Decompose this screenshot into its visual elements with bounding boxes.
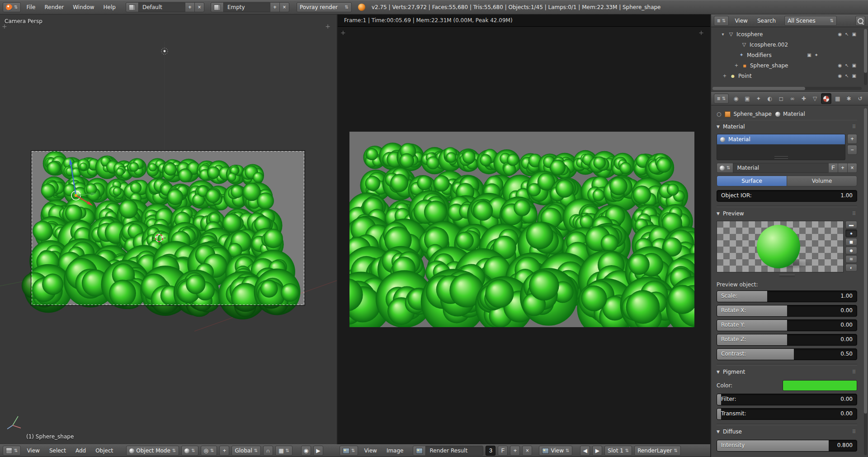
- region-expand-icon[interactable]: +: [325, 23, 330, 30]
- image-name-field[interactable]: Render Result: [425, 446, 483, 456]
- info-editor-type-button[interactable]: ⇅: [3, 2, 21, 12]
- next-slot-button[interactable]: ▶: [592, 446, 602, 456]
- add-scene-button[interactable]: +: [270, 2, 280, 12]
- filter-slider[interactable]: Filter: 0.00: [717, 394, 857, 405]
- expander-icon[interactable]: ▾: [720, 32, 726, 37]
- preview-world-button[interactable]: ◐: [845, 264, 857, 271]
- snap-element-dropdown[interactable]: ▦ ⇅: [275, 446, 292, 456]
- tab-object-data[interactable]: ▽: [810, 93, 820, 104]
- modifier-display-icon[interactable]: ▣: [807, 52, 811, 57]
- tab-render[interactable]: ◉: [731, 93, 741, 104]
- pin-icon[interactable]: ○: [717, 111, 721, 117]
- viewport-3d-canvas[interactable]: [0, 14, 337, 444]
- material-panel-header[interactable]: ▼ Material ⠿: [717, 121, 857, 132]
- preview-cube-button[interactable]: ◼: [845, 238, 857, 246]
- menu-image[interactable]: Image: [383, 445, 407, 457]
- render-visibility-icon[interactable]: ▣: [852, 32, 856, 37]
- pivot-dropdown[interactable]: ◎ ⇅: [201, 446, 217, 456]
- menu-object[interactable]: Object: [92, 445, 117, 457]
- menu-view[interactable]: View: [360, 445, 380, 457]
- properties-scrollbar[interactable]: [864, 108, 867, 455]
- selectable-icon[interactable]: ↖: [845, 63, 849, 68]
- search-button[interactable]: [855, 16, 865, 26]
- menu-view[interactable]: View: [23, 445, 43, 457]
- preview-sphere-button[interactable]: ●: [845, 229, 857, 237]
- menu-render[interactable]: Render: [41, 0, 67, 14]
- breadcrumb-object[interactable]: Sphere_shape: [725, 111, 772, 117]
- tab-material[interactable]: [821, 93, 831, 104]
- delete-layout-button[interactable]: ×: [194, 2, 204, 12]
- transmit-slider[interactable]: Transmit: 0.00: [717, 408, 857, 420]
- unlink-image-button[interactable]: ×: [522, 446, 532, 456]
- preview-flat-button[interactable]: ▬: [845, 221, 857, 228]
- outliner-item-point[interactable]: + ● Point ◉ ↖ ▣: [711, 71, 868, 81]
- viewport-shading-dropdown[interactable]: ⇅: [181, 446, 198, 456]
- object-ior-field[interactable]: Object IOR: 1.00: [717, 190, 857, 202]
- region-expand-icon[interactable]: +: [698, 29, 704, 36]
- render-visibility-icon[interactable]: ▣: [852, 63, 856, 68]
- delete-scene-button[interactable]: ×: [279, 2, 289, 12]
- browse-material-button[interactable]: ⇅: [717, 163, 733, 173]
- panel-grip-icon[interactable]: ⠿: [852, 211, 856, 217]
- render-layer-dropdown[interactable]: RenderLayer ⇅: [634, 446, 681, 456]
- list-resize-grip[interactable]: [774, 156, 788, 159]
- tab-constraints[interactable]: ∞: [787, 93, 797, 104]
- pigment-panel-header[interactable]: ▼ Pigment ⠿: [717, 367, 857, 377]
- expander-icon[interactable]: +: [734, 63, 739, 68]
- tab-modifiers[interactable]: ✚: [798, 93, 809, 104]
- display-mode-dropdown[interactable]: View ⇅: [539, 446, 572, 456]
- render-result-canvas[interactable]: [338, 27, 711, 445]
- outliner-item-modifiers[interactable]: ✦ Modifiers ▣ ✦: [711, 50, 868, 60]
- rotate-y-slider[interactable]: Rotate Y: 0.00: [717, 319, 857, 331]
- region-expand-icon[interactable]: +: [340, 29, 346, 36]
- menu-window[interactable]: Window: [69, 0, 98, 14]
- browse-scenes-button[interactable]: [211, 2, 224, 12]
- outliner-item-sphere-shape[interactable]: + ◼ Sphere_shape ◉ ↖ ▣: [711, 60, 868, 71]
- new-material-button[interactable]: +: [838, 163, 848, 173]
- panel-grip-icon[interactable]: ⠿: [852, 429, 856, 435]
- eye-icon[interactable]: ◉: [838, 63, 842, 68]
- preview-resize-grip[interactable]: [779, 274, 795, 277]
- selectable-icon[interactable]: ↖: [845, 73, 849, 78]
- render-visibility-icon[interactable]: ▣: [852, 73, 856, 78]
- outliner-item-icosphere[interactable]: ▾ ▽ Icosphere ◉ ↖ ▣: [711, 29, 868, 39]
- scale-slider[interactable]: Scale: 1.00: [717, 290, 857, 302]
- opengl-render-button[interactable]: ◉: [301, 446, 311, 456]
- mode-dropdown[interactable]: Object Mode ⇅: [126, 446, 179, 456]
- tab-physics[interactable]: ↺: [855, 93, 865, 104]
- menu-search[interactable]: Search: [754, 15, 779, 27]
- tab-world[interactable]: ◐: [764, 93, 775, 104]
- diffuse-panel-header[interactable]: ▼ Diffuse ⠿: [717, 426, 857, 437]
- render-engine-dropdown[interactable]: Povray render ⇅: [297, 2, 352, 12]
- editor-type-image-button[interactable]: ⇅: [340, 446, 358, 456]
- pigment-color-swatch[interactable]: [783, 380, 857, 391]
- region-expand-icon[interactable]: +: [2, 23, 7, 30]
- preview-hair-button[interactable]: ≋: [845, 255, 857, 263]
- browse-layouts-button[interactable]: [126, 2, 139, 12]
- opengl-render-anim-button[interactable]: ▶: [313, 446, 323, 456]
- image-users-count-button[interactable]: 3: [486, 446, 495, 456]
- add-material-slot-button[interactable]: +: [847, 134, 857, 144]
- preview-monkey-button[interactable]: ☻: [845, 247, 857, 254]
- tab-object[interactable]: ◻: [776, 93, 786, 104]
- fake-user-button[interactable]: F: [498, 446, 508, 456]
- editor-type-properties-button[interactable]: ≡ ⇅: [714, 94, 729, 104]
- scene-name-field[interactable]: Empty: [223, 2, 270, 12]
- menu-help[interactable]: Help: [100, 0, 119, 14]
- outliner-vertical-scrollbar[interactable]: [864, 29, 867, 85]
- expander-icon[interactable]: +: [722, 73, 727, 78]
- menu-file[interactable]: File: [23, 0, 39, 14]
- tab-texture[interactable]: ▦: [832, 93, 843, 104]
- slot-dropdown[interactable]: Slot 1 ⇅: [604, 446, 632, 456]
- eye-icon[interactable]: ◉: [838, 32, 842, 37]
- unlink-material-button[interactable]: ×: [847, 163, 857, 173]
- material-slot-selected[interactable]: Material: [717, 134, 845, 144]
- selectable-icon[interactable]: ↖: [845, 32, 849, 37]
- preview-panel-header[interactable]: ▼ Preview ⠿: [717, 208, 857, 219]
- panel-grip-icon[interactable]: ⠿: [852, 369, 856, 375]
- surface-tab[interactable]: Surface: [717, 176, 787, 186]
- tab-scene[interactable]: ✦: [753, 93, 764, 104]
- material-name-field[interactable]: Material: [733, 163, 829, 173]
- menu-select[interactable]: Select: [46, 445, 70, 457]
- new-image-button[interactable]: +: [510, 446, 520, 456]
